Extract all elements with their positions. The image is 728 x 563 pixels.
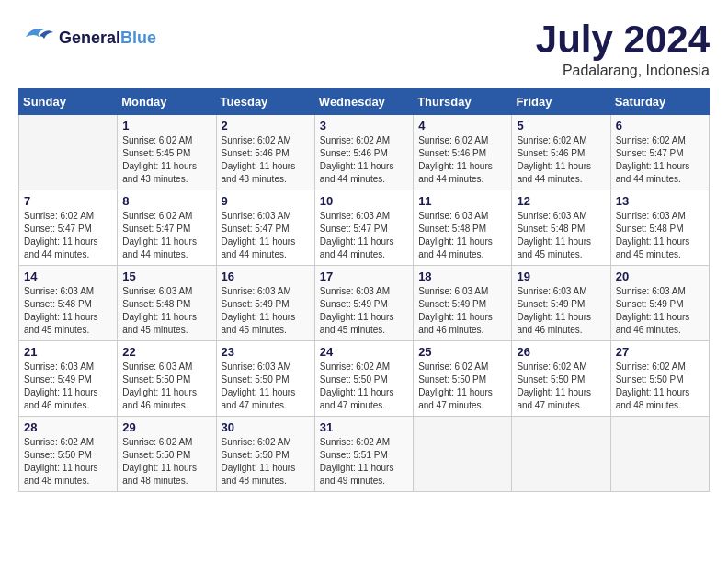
day-number: 17 (320, 270, 408, 283)
calendar-cell: 8Sunrise: 6:02 AMSunset: 5:47 PMDaylight… (118, 190, 216, 266)
day-number: 22 (122, 345, 210, 359)
title-block: July 2024 Padalarang, Indonesia (536, 18, 710, 79)
weekday-header-sunday: Sunday (19, 89, 118, 115)
day-number: 27 (616, 345, 704, 359)
calendar-cell: 12Sunrise: 6:03 AMSunset: 5:48 PMDayligh… (512, 190, 610, 266)
location: Padalarang, Indonesia (536, 63, 710, 79)
day-number: 12 (517, 194, 605, 208)
day-info: Sunrise: 6:03 AMSunset: 5:49 PMDaylight:… (320, 285, 408, 337)
day-number: 3 (320, 119, 408, 132)
day-number: 1 (122, 119, 210, 132)
calendar-cell: 14Sunrise: 6:03 AMSunset: 5:48 PMDayligh… (19, 266, 118, 341)
day-number: 5 (517, 119, 605, 132)
calendar-week-3: 14Sunrise: 6:03 AMSunset: 5:48 PMDayligh… (19, 266, 710, 341)
day-number: 19 (517, 270, 605, 283)
day-number: 2 (222, 119, 310, 132)
day-info: Sunrise: 6:03 AMSunset: 5:49 PMDaylight:… (222, 285, 310, 337)
calendar-cell: 4Sunrise: 6:02 AMSunset: 5:46 PMDaylight… (414, 115, 512, 190)
calendar-cell: 18Sunrise: 6:03 AMSunset: 5:49 PMDayligh… (414, 266, 512, 341)
day-number: 15 (122, 270, 210, 283)
calendar-cell: 6Sunrise: 6:02 AMSunset: 5:47 PMDaylight… (610, 115, 709, 190)
logo-icon (18, 18, 55, 59)
day-info: Sunrise: 6:03 AMSunset: 5:48 PMDaylight:… (122, 285, 210, 337)
calendar-week-5: 28Sunrise: 6:02 AMSunset: 5:50 PMDayligh… (19, 417, 710, 492)
weekday-header-tuesday: Tuesday (216, 89, 314, 115)
logo-text: GeneralBlue (59, 29, 156, 48)
weekday-header-friday: Friday (512, 89, 610, 115)
day-info: Sunrise: 6:02 AMSunset: 5:50 PMDaylight:… (222, 436, 310, 488)
day-info: Sunrise: 6:02 AMSunset: 5:47 PMDaylight:… (24, 210, 112, 261)
calendar-cell: 5Sunrise: 6:02 AMSunset: 5:46 PMDaylight… (512, 115, 610, 190)
day-number: 18 (418, 270, 506, 283)
day-info: Sunrise: 6:02 AMSunset: 5:46 PMDaylight:… (517, 134, 605, 186)
day-info: Sunrise: 6:02 AMSunset: 5:50 PMDaylight:… (122, 436, 210, 488)
day-info: Sunrise: 6:02 AMSunset: 5:46 PMDaylight:… (222, 134, 310, 186)
calendar-cell: 24Sunrise: 6:02 AMSunset: 5:50 PMDayligh… (314, 341, 413, 417)
weekday-header-wednesday: Wednesday (314, 89, 413, 115)
calendar-cell: 30Sunrise: 6:02 AMSunset: 5:50 PMDayligh… (216, 417, 314, 492)
calendar-cell: 28Sunrise: 6:02 AMSunset: 5:50 PMDayligh… (19, 417, 118, 492)
calendar-week-4: 21Sunrise: 6:03 AMSunset: 5:49 PMDayligh… (19, 341, 710, 417)
day-number: 30 (222, 420, 310, 434)
calendar-cell: 29Sunrise: 6:02 AMSunset: 5:50 PMDayligh… (118, 417, 216, 492)
day-number: 23 (222, 345, 310, 359)
calendar-cell: 9Sunrise: 6:03 AMSunset: 5:47 PMDaylight… (216, 190, 314, 266)
calendar-cell (414, 417, 512, 492)
day-info: Sunrise: 6:03 AMSunset: 5:48 PMDaylight:… (616, 210, 704, 261)
calendar-cell: 3Sunrise: 6:02 AMSunset: 5:46 PMDaylight… (314, 115, 413, 190)
day-number: 6 (616, 119, 704, 132)
calendar-cell: 11Sunrise: 6:03 AMSunset: 5:48 PMDayligh… (414, 190, 512, 266)
day-number: 14 (24, 270, 112, 283)
day-number: 16 (222, 270, 310, 283)
calendar-cell (512, 417, 610, 492)
day-number: 21 (24, 345, 112, 359)
calendar-cell: 15Sunrise: 6:03 AMSunset: 5:48 PMDayligh… (118, 266, 216, 341)
day-info: Sunrise: 6:03 AMSunset: 5:49 PMDaylight:… (517, 285, 605, 337)
day-number: 11 (418, 194, 506, 208)
month-year: July 2024 (536, 18, 710, 61)
day-number: 13 (616, 194, 704, 208)
day-number: 8 (122, 194, 210, 208)
day-info: Sunrise: 6:02 AMSunset: 5:45 PMDaylight:… (122, 134, 210, 186)
day-info: Sunrise: 6:02 AMSunset: 5:46 PMDaylight:… (320, 134, 408, 186)
calendar-cell: 19Sunrise: 6:03 AMSunset: 5:49 PMDayligh… (512, 266, 610, 341)
calendar-cell: 13Sunrise: 6:03 AMSunset: 5:48 PMDayligh… (610, 190, 709, 266)
calendar-cell: 23Sunrise: 6:03 AMSunset: 5:50 PMDayligh… (216, 341, 314, 417)
calendar-cell: 17Sunrise: 6:03 AMSunset: 5:49 PMDayligh… (314, 266, 413, 341)
day-info: Sunrise: 6:02 AMSunset: 5:47 PMDaylight:… (616, 134, 704, 186)
weekday-header-row: SundayMondayTuesdayWednesdayThursdayFrid… (19, 89, 710, 115)
day-number: 9 (222, 194, 310, 208)
day-info: Sunrise: 6:03 AMSunset: 5:49 PMDaylight:… (418, 285, 506, 337)
calendar-cell: 27Sunrise: 6:02 AMSunset: 5:50 PMDayligh… (610, 341, 709, 417)
calendar-cell: 25Sunrise: 6:02 AMSunset: 5:50 PMDayligh… (414, 341, 512, 417)
day-number: 29 (122, 420, 210, 434)
day-info: Sunrise: 6:03 AMSunset: 5:50 PMDaylight:… (222, 361, 310, 412)
day-number: 10 (320, 194, 408, 208)
calendar-cell: 1Sunrise: 6:02 AMSunset: 5:45 PMDaylight… (118, 115, 216, 190)
calendar-cell: 10Sunrise: 6:03 AMSunset: 5:47 PMDayligh… (314, 190, 413, 266)
calendar-cell: 21Sunrise: 6:03 AMSunset: 5:49 PMDayligh… (19, 341, 118, 417)
weekday-header-thursday: Thursday (414, 89, 512, 115)
calendar-cell: 20Sunrise: 6:03 AMSunset: 5:49 PMDayligh… (610, 266, 709, 341)
day-info: Sunrise: 6:02 AMSunset: 5:50 PMDaylight:… (418, 361, 506, 412)
logo: GeneralBlue (18, 18, 156, 59)
day-info: Sunrise: 6:03 AMSunset: 5:49 PMDaylight:… (616, 285, 704, 337)
day-number: 7 (24, 194, 112, 208)
day-info: Sunrise: 6:02 AMSunset: 5:47 PMDaylight:… (122, 210, 210, 261)
weekday-header-monday: Monday (118, 89, 216, 115)
day-info: Sunrise: 6:03 AMSunset: 5:47 PMDaylight:… (222, 210, 310, 261)
day-info: Sunrise: 6:02 AMSunset: 5:46 PMDaylight:… (418, 134, 506, 186)
day-info: Sunrise: 6:03 AMSunset: 5:48 PMDaylight:… (24, 285, 112, 337)
calendar-cell: 16Sunrise: 6:03 AMSunset: 5:49 PMDayligh… (216, 266, 314, 341)
calendar-week-1: 1Sunrise: 6:02 AMSunset: 5:45 PMDaylight… (19, 115, 710, 190)
calendar-cell: 2Sunrise: 6:02 AMSunset: 5:46 PMDaylight… (216, 115, 314, 190)
day-info: Sunrise: 6:02 AMSunset: 5:50 PMDaylight:… (320, 361, 408, 412)
day-info: Sunrise: 6:03 AMSunset: 5:47 PMDaylight:… (320, 210, 408, 261)
day-number: 20 (616, 270, 704, 283)
calendar-cell: 7Sunrise: 6:02 AMSunset: 5:47 PMDaylight… (19, 190, 118, 266)
calendar-table: SundayMondayTuesdayWednesdayThursdayFrid… (18, 88, 710, 492)
day-number: 25 (418, 345, 506, 359)
day-info: Sunrise: 6:02 AMSunset: 5:50 PMDaylight:… (517, 361, 605, 412)
calendar-cell: 26Sunrise: 6:02 AMSunset: 5:50 PMDayligh… (512, 341, 610, 417)
calendar-cell (610, 417, 709, 492)
